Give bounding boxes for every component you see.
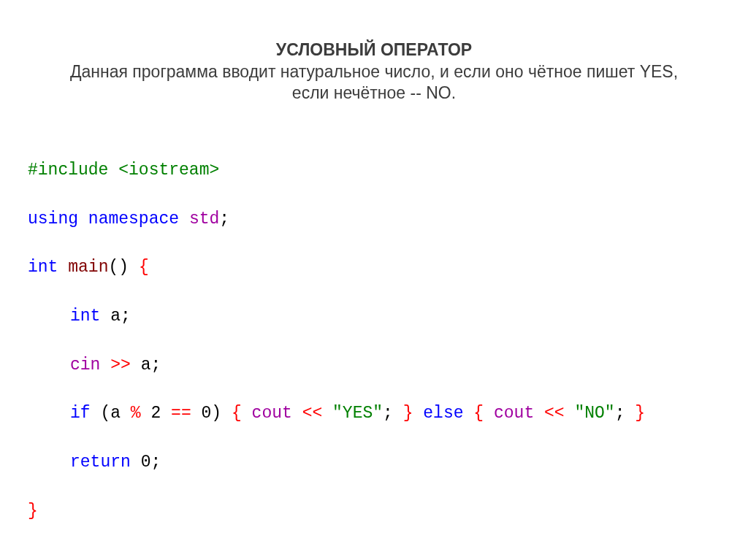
code-line: } — [28, 499, 720, 523]
slide-description: Данная программа вводит натуральное числ… — [28, 61, 720, 104]
semi: ; — [383, 404, 393, 423]
desc-line-1: Данная программа вводит натуральное числ… — [70, 62, 678, 81]
var-a: a — [141, 356, 151, 375]
semi: ; — [150, 453, 161, 472]
op-eqeq: == — [171, 404, 191, 423]
code-line: #include <iostream> — [28, 158, 720, 183]
kw-namespace: namespace — [88, 210, 179, 229]
rbrace: } — [635, 404, 645, 423]
semi: ; — [150, 356, 161, 375]
rparen: ) — [211, 404, 221, 423]
lit-zero: 0 — [141, 453, 151, 472]
code-line: int a; — [28, 304, 720, 329]
slide-title: УСЛОВНЫЙ ОПЕРАТОР — [28, 40, 720, 60]
id-main: main — [68, 258, 108, 277]
id-cin: cin — [70, 356, 100, 375]
rbrace: } — [403, 404, 413, 423]
code-line: if (a % 2 == 0) { cout << "YES"; } else … — [28, 402, 720, 426]
str-no: "NO" — [574, 404, 614, 423]
parens: () — [108, 258, 129, 277]
kw-if: if — [70, 404, 91, 423]
lit-two: 2 — [150, 404, 161, 423]
code-line: using namespace std; — [28, 207, 720, 231]
op-shr: >> — [110, 356, 131, 375]
code-line: int main() { — [28, 256, 720, 280]
str-yes: "YES" — [332, 404, 383, 423]
lit-zero: 0 — [202, 404, 212, 423]
desc-line-2: если нечётное -- NO. — [292, 83, 456, 102]
lparen: ( — [100, 404, 110, 423]
code-line: return 0; — [28, 450, 720, 475]
op-shl: << — [302, 404, 323, 423]
code-line: cin >> a; — [28, 353, 720, 377]
lbrace: { — [473, 404, 484, 423]
semi: ; — [219, 210, 229, 229]
lbrace: { — [139, 258, 149, 277]
id-std: std — [189, 210, 219, 229]
code-block: #include <iostream> using namespace std;… — [28, 134, 720, 561]
op-shl: << — [544, 404, 565, 423]
kw-int: int — [70, 307, 100, 326]
var-a: a — [110, 307, 121, 326]
id-cout: cout — [252, 404, 292, 423]
var-a: a — [110, 404, 121, 423]
kw-else: else — [423, 404, 463, 423]
op-mod: % — [131, 404, 141, 423]
id-cout: cout — [494, 404, 534, 423]
kw-int: int — [28, 258, 58, 277]
semi: ; — [615, 404, 625, 423]
rbrace: } — [28, 502, 38, 521]
kw-using: using — [28, 210, 78, 229]
kw-return: return — [70, 453, 131, 472]
semi: ; — [121, 307, 131, 326]
include-lib: <iostream> — [108, 161, 219, 180]
slide-page: УСЛОВНЫЙ ОПЕРАТОР Данная программа вводи… — [0, 0, 748, 560]
preproc-include: #include — [28, 161, 108, 180]
lbrace: { — [232, 404, 242, 423]
